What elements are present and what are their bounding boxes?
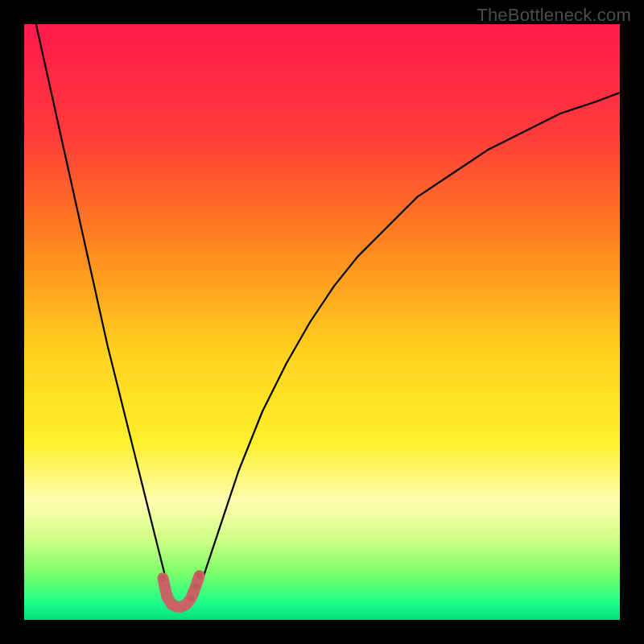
marker-dot: [159, 575, 166, 581]
plot-area: [24, 24, 620, 620]
marker-dot: [192, 584, 199, 590]
watermark-text: TheBottleneck.com: [477, 5, 631, 26]
gradient-background: [24, 24, 620, 620]
bottleneck-chart: [24, 24, 620, 620]
marker-dot: [188, 595, 194, 601]
chart-frame: TheBottleneck.com: [0, 0, 644, 644]
marker-dot: [196, 572, 203, 579]
